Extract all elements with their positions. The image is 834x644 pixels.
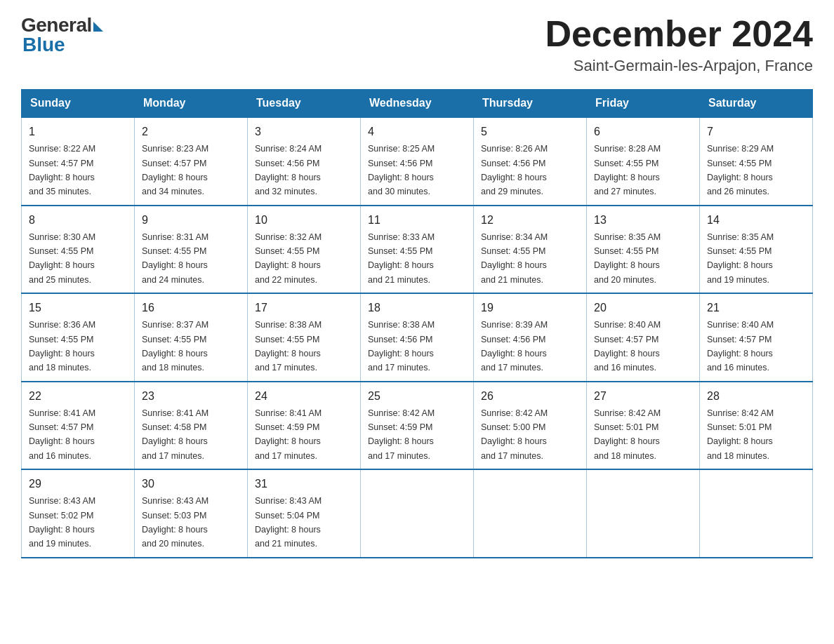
calendar-cell: 4 Sunrise: 8:25 AMSunset: 4:56 PMDayligh… — [361, 117, 474, 206]
calendar-cell: 5 Sunrise: 8:26 AMSunset: 4:56 PMDayligh… — [474, 117, 587, 206]
day-number: 13 — [594, 212, 692, 229]
day-info: Sunrise: 8:43 AMSunset: 5:04 PMDaylight:… — [255, 496, 322, 549]
day-number: 23 — [142, 388, 240, 405]
location-subtitle: Saint-Germain-les-Arpajon, France — [545, 57, 813, 75]
month-title: December 2024 — [545, 14, 813, 54]
day-number: 20 — [594, 300, 692, 316]
title-section: December 2024 Saint-Germain-les-Arpajon,… — [545, 14, 813, 75]
calendar-cell: 16 Sunrise: 8:37 AMSunset: 4:55 PMDaylig… — [135, 293, 248, 382]
calendar-cell: 28 Sunrise: 8:42 AMSunset: 5:01 PMDaylig… — [700, 382, 813, 470]
day-number: 22 — [29, 388, 127, 405]
calendar-cell — [700, 469, 813, 558]
day-number: 6 — [594, 123, 692, 140]
week-row-3: 15 Sunrise: 8:36 AMSunset: 4:55 PMDaylig… — [22, 293, 813, 382]
day-info: Sunrise: 8:41 AMSunset: 4:57 PMDaylight:… — [29, 408, 95, 461]
calendar-cell: 26 Sunrise: 8:42 AMSunset: 5:00 PMDaylig… — [474, 382, 587, 470]
day-info: Sunrise: 8:42 AMSunset: 5:01 PMDaylight:… — [707, 408, 774, 461]
calendar-cell: 30 Sunrise: 8:43 AMSunset: 5:03 PMDaylig… — [135, 469, 248, 558]
logo: General Blue — [21, 14, 103, 56]
calendar-cell: 19 Sunrise: 8:39 AMSunset: 4:56 PMDaylig… — [474, 293, 587, 382]
day-number: 14 — [707, 212, 805, 229]
weekday-header-saturday: Saturday — [700, 90, 813, 118]
day-number: 7 — [707, 123, 805, 140]
logo-blue-text: Blue — [21, 34, 65, 56]
day-number: 8 — [29, 212, 127, 229]
day-number: 9 — [142, 212, 240, 229]
day-info: Sunrise: 8:32 AMSunset: 4:55 PMDaylight:… — [255, 232, 322, 285]
day-info: Sunrise: 8:40 AMSunset: 4:57 PMDaylight:… — [594, 320, 661, 373]
day-info: Sunrise: 8:26 AMSunset: 4:56 PMDaylight:… — [481, 144, 548, 196]
day-number: 18 — [368, 300, 466, 316]
day-info: Sunrise: 8:38 AMSunset: 4:56 PMDaylight:… — [368, 320, 435, 373]
day-info: Sunrise: 8:41 AMSunset: 4:59 PMDaylight:… — [255, 408, 322, 461]
calendar-cell: 11 Sunrise: 8:33 AMSunset: 4:55 PMDaylig… — [361, 206, 474, 294]
day-info: Sunrise: 8:43 AMSunset: 5:03 PMDaylight:… — [142, 496, 208, 549]
calendar-cell: 25 Sunrise: 8:42 AMSunset: 4:59 PMDaylig… — [361, 382, 474, 470]
week-row-1: 1 Sunrise: 8:22 AMSunset: 4:57 PMDayligh… — [22, 117, 813, 206]
day-number: 17 — [255, 300, 353, 316]
day-info: Sunrise: 8:29 AMSunset: 4:55 PMDaylight:… — [707, 144, 774, 196]
day-info: Sunrise: 8:30 AMSunset: 4:55 PMDaylight:… — [29, 232, 95, 285]
calendar-cell: 6 Sunrise: 8:28 AMSunset: 4:55 PMDayligh… — [587, 117, 700, 206]
day-info: Sunrise: 8:31 AMSunset: 4:55 PMDaylight:… — [142, 232, 208, 285]
calendar-cell: 27 Sunrise: 8:42 AMSunset: 5:01 PMDaylig… — [587, 382, 700, 470]
calendar-cell: 14 Sunrise: 8:35 AMSunset: 4:55 PMDaylig… — [700, 206, 813, 294]
day-info: Sunrise: 8:41 AMSunset: 4:58 PMDaylight:… — [142, 408, 208, 461]
logo-arrow-icon — [93, 22, 103, 32]
day-number: 1 — [29, 123, 127, 140]
calendar-cell: 20 Sunrise: 8:40 AMSunset: 4:57 PMDaylig… — [587, 293, 700, 382]
day-number: 12 — [481, 212, 579, 229]
calendar-cell: 7 Sunrise: 8:29 AMSunset: 4:55 PMDayligh… — [700, 117, 813, 206]
day-info: Sunrise: 8:34 AMSunset: 4:55 PMDaylight:… — [481, 232, 548, 285]
calendar-cell: 2 Sunrise: 8:23 AMSunset: 4:57 PMDayligh… — [135, 117, 248, 206]
calendar-cell: 18 Sunrise: 8:38 AMSunset: 4:56 PMDaylig… — [361, 293, 474, 382]
calendar-cell: 3 Sunrise: 8:24 AMSunset: 4:56 PMDayligh… — [248, 117, 361, 206]
day-number: 3 — [255, 123, 353, 140]
weekday-header-tuesday: Tuesday — [248, 90, 361, 118]
day-number: 27 — [594, 388, 692, 405]
day-info: Sunrise: 8:25 AMSunset: 4:56 PMDaylight:… — [368, 144, 435, 196]
calendar-cell: 21 Sunrise: 8:40 AMSunset: 4:57 PMDaylig… — [700, 293, 813, 382]
day-number: 26 — [481, 388, 579, 405]
day-number: 11 — [368, 212, 466, 229]
weekday-header-thursday: Thursday — [474, 90, 587, 118]
day-number: 21 — [707, 300, 805, 316]
page-header: General Blue December 2024 Saint-Germain… — [21, 14, 813, 75]
week-row-5: 29 Sunrise: 8:43 AMSunset: 5:02 PMDaylig… — [22, 469, 813, 558]
day-info: Sunrise: 8:43 AMSunset: 5:02 PMDaylight:… — [29, 496, 95, 549]
day-info: Sunrise: 8:42 AMSunset: 5:01 PMDaylight:… — [594, 408, 661, 461]
calendar-cell: 29 Sunrise: 8:43 AMSunset: 5:02 PMDaylig… — [22, 469, 135, 558]
day-info: Sunrise: 8:35 AMSunset: 4:55 PMDaylight:… — [594, 232, 661, 285]
day-number: 28 — [707, 388, 805, 405]
weekday-header-friday: Friday — [587, 90, 700, 118]
calendar-table: SundayMondayTuesdayWednesdayThursdayFrid… — [21, 89, 813, 558]
day-number: 24 — [255, 388, 353, 405]
day-info: Sunrise: 8:42 AMSunset: 5:00 PMDaylight:… — [481, 408, 548, 461]
weekday-header-row: SundayMondayTuesdayWednesdayThursdayFrid… — [22, 90, 813, 118]
calendar-cell: 15 Sunrise: 8:36 AMSunset: 4:55 PMDaylig… — [22, 293, 135, 382]
calendar-cell: 17 Sunrise: 8:38 AMSunset: 4:55 PMDaylig… — [248, 293, 361, 382]
calendar-cell: 23 Sunrise: 8:41 AMSunset: 4:58 PMDaylig… — [135, 382, 248, 470]
day-info: Sunrise: 8:35 AMSunset: 4:55 PMDaylight:… — [707, 232, 774, 285]
day-number: 4 — [368, 123, 466, 140]
weekday-header-monday: Monday — [135, 90, 248, 118]
weekday-header-wednesday: Wednesday — [361, 90, 474, 118]
calendar-cell: 24 Sunrise: 8:41 AMSunset: 4:59 PMDaylig… — [248, 382, 361, 470]
day-info: Sunrise: 8:22 AMSunset: 4:57 PMDaylight:… — [29, 144, 95, 196]
calendar-cell — [361, 469, 474, 558]
calendar-cell: 13 Sunrise: 8:35 AMSunset: 4:55 PMDaylig… — [587, 206, 700, 294]
day-number: 31 — [255, 476, 353, 492]
day-info: Sunrise: 8:28 AMSunset: 4:55 PMDaylight:… — [594, 144, 661, 196]
day-number: 15 — [29, 300, 127, 316]
day-info: Sunrise: 8:23 AMSunset: 4:57 PMDaylight:… — [142, 144, 208, 196]
calendar-cell: 9 Sunrise: 8:31 AMSunset: 4:55 PMDayligh… — [135, 206, 248, 294]
calendar-cell: 10 Sunrise: 8:32 AMSunset: 4:55 PMDaylig… — [248, 206, 361, 294]
calendar-cell: 22 Sunrise: 8:41 AMSunset: 4:57 PMDaylig… — [22, 382, 135, 470]
week-row-2: 8 Sunrise: 8:30 AMSunset: 4:55 PMDayligh… — [22, 206, 813, 294]
day-info: Sunrise: 8:37 AMSunset: 4:55 PMDaylight:… — [142, 320, 208, 373]
day-info: Sunrise: 8:24 AMSunset: 4:56 PMDaylight:… — [255, 144, 322, 196]
day-number: 29 — [29, 476, 127, 492]
day-number: 10 — [255, 212, 353, 229]
calendar-cell: 12 Sunrise: 8:34 AMSunset: 4:55 PMDaylig… — [474, 206, 587, 294]
calendar-cell: 31 Sunrise: 8:43 AMSunset: 5:04 PMDaylig… — [248, 469, 361, 558]
